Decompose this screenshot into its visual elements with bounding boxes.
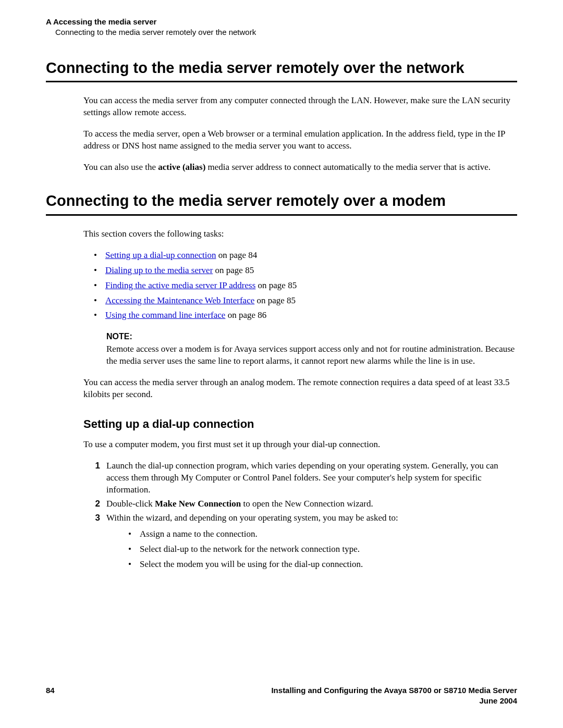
note-block: NOTE: Remote access over a modem is for … bbox=[106, 331, 517, 367]
step: 3 Within the wizard, and depending on yo… bbox=[83, 512, 517, 574]
list-item: Dialing up to the media server on page 8… bbox=[83, 265, 517, 277]
section-heading-network: Connecting to the media server remotely … bbox=[46, 59, 517, 77]
paragraph: You can access the media server from any… bbox=[83, 95, 517, 119]
list-item: Accessing the Maintenance Web Interface … bbox=[83, 295, 517, 307]
paragraph: To use a computer modem, you first must … bbox=[83, 439, 517, 451]
xref-link[interactable]: Accessing the Maintenance Web Interface bbox=[105, 295, 254, 305]
note-text: Remote access over a modem is for Avaya … bbox=[106, 343, 517, 367]
paragraph: You can also use the active (alias) medi… bbox=[83, 162, 517, 174]
step-number: 1 bbox=[83, 460, 106, 496]
section-heading-modem: Connecting to the media server remotely … bbox=[46, 192, 517, 210]
step-text: Double-click Make New Connection to open… bbox=[106, 498, 517, 510]
numbered-steps: 1 Launch the dial-up connection program,… bbox=[83, 460, 517, 574]
list-item: Using the command line interface on page… bbox=[83, 310, 517, 322]
footer-doc-title: Installing and Configuring the Avaya S87… bbox=[271, 685, 517, 696]
note-label: NOTE: bbox=[106, 331, 517, 342]
divider bbox=[46, 81, 517, 82]
step: 2 Double-click Make New Connection to op… bbox=[83, 498, 517, 510]
list-item: Select the modem you will be using for t… bbox=[106, 559, 517, 571]
xref-link[interactable]: Finding the active media server IP addre… bbox=[105, 280, 255, 290]
task-list: Setting up a dial-up connection on page … bbox=[83, 250, 517, 322]
divider bbox=[46, 214, 517, 216]
page-footer: 84 Installing and Configuring the Avaya … bbox=[46, 685, 517, 707]
list-item: Assign a name to the connection. bbox=[106, 528, 517, 540]
sub-bullet-list: Assign a name to the connection. Select … bbox=[106, 528, 517, 571]
section-body-network: You can access the media server from any… bbox=[83, 95, 517, 174]
xref-link[interactable]: Setting up a dial-up connection bbox=[105, 250, 216, 260]
step-number: 3 bbox=[83, 512, 106, 574]
list-item: Select dial-up to the network for the ne… bbox=[106, 544, 517, 556]
header-chapter-title: Accessing the media server bbox=[53, 17, 156, 26]
footer-date: June 2004 bbox=[271, 696, 517, 706]
page: A Accessing the media server Connecting … bbox=[0, 0, 563, 728]
step-number: 2 bbox=[83, 498, 106, 510]
paragraph: You can access the media server through … bbox=[83, 377, 517, 401]
page-number: 84 bbox=[46, 685, 55, 707]
step-text: Within the wizard, and depending on your… bbox=[106, 512, 517, 574]
xref-link[interactable]: Dialing up to the media server bbox=[105, 265, 213, 275]
section-body-modem: This section covers the following tasks:… bbox=[83, 228, 517, 574]
paragraph: To access the media server, open a Web b… bbox=[83, 128, 517, 152]
header-appendix-letter: A bbox=[46, 17, 51, 26]
paragraph: This section covers the following tasks: bbox=[83, 228, 517, 240]
running-header: A Accessing the media server Connecting … bbox=[46, 17, 517, 38]
header-subtitle: Connecting to the media server remotely … bbox=[46, 27, 517, 38]
subsection-heading-dialup: Setting up a dial-up connection bbox=[83, 416, 517, 432]
list-item: Finding the active media server IP addre… bbox=[83, 280, 517, 292]
step-text: Launch the dial-up connection program, w… bbox=[106, 460, 517, 496]
xref-link[interactable]: Using the command line interface bbox=[105, 310, 225, 320]
step: 1 Launch the dial-up connection program,… bbox=[83, 460, 517, 496]
list-item: Setting up a dial-up connection on page … bbox=[83, 250, 517, 262]
